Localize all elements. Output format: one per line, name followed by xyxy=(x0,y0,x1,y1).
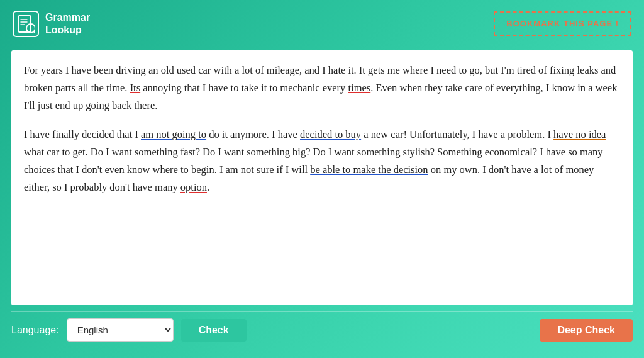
check-button[interactable]: Check xyxy=(181,319,247,342)
footer-controls: Language: English Spanish French German … xyxy=(0,312,644,348)
phrase-option: option xyxy=(180,181,207,193)
svg-line-2 xyxy=(34,31,35,33)
logo-icon xyxy=(13,11,39,37)
paragraph-1: For years I have been driving an old use… xyxy=(24,62,620,115)
header: Grammar Lookup BOOKMARK THIS PAGE ! xyxy=(0,0,644,47)
language-label: Language: xyxy=(11,325,59,336)
main-text-area[interactable]: For years I have been driving an old use… xyxy=(11,50,633,305)
language-select[interactable]: English Spanish French German Italian Po… xyxy=(67,318,174,342)
logo-text: Grammar Lookup xyxy=(45,11,90,35)
bookmark-button[interactable]: BOOKMARK THIS PAGE ! xyxy=(494,11,631,36)
deep-check-button[interactable]: Deep Check xyxy=(540,319,633,342)
phrase-be-able-to-make: be able to make the decision xyxy=(310,164,428,176)
logo-area: Grammar Lookup xyxy=(13,11,90,37)
phrase-decided-to-buy: decided to buy xyxy=(300,128,361,140)
error-its: Its xyxy=(130,82,141,94)
phrase-have-no-idea: have no idea xyxy=(553,128,606,140)
error-times: times xyxy=(348,82,370,94)
paragraph-2: I have finally decided that I am not goi… xyxy=(24,126,620,196)
phrase-am-not-going-to: am not going to xyxy=(141,128,206,140)
